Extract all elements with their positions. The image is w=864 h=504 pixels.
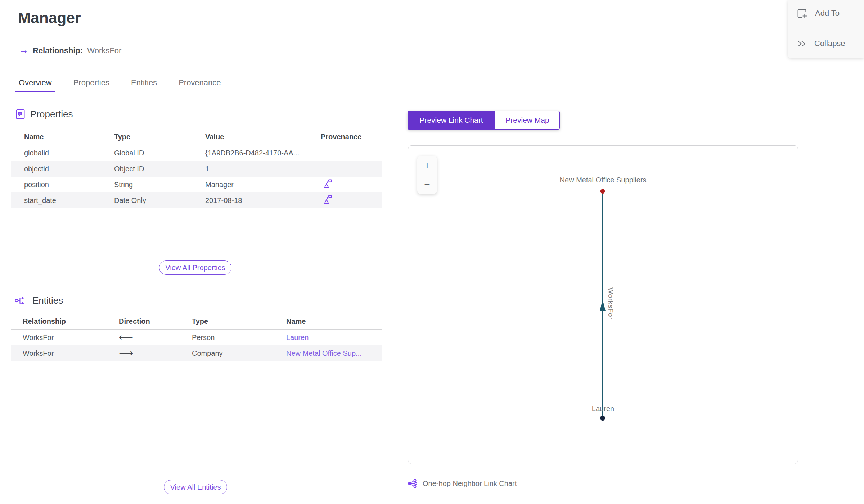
properties-section-title: Properties (30, 109, 73, 120)
view-all-entities-button[interactable]: View All Entities (164, 480, 227, 494)
entities-icon (15, 295, 27, 306)
node-company-dot (600, 189, 605, 194)
property-type-cell: Global ID (114, 149, 205, 157)
one-hop-neighbor-icon (408, 478, 418, 489)
tab-entities[interactable]: Entities (127, 73, 161, 92)
entity-direction-cell: ⟵ (119, 332, 192, 342)
entity-name-link[interactable]: New Metal Office Sup... (286, 349, 382, 358)
col-provenance: Provenance (321, 133, 382, 141)
relationship-label: Relationship: (33, 46, 83, 55)
property-value-cell: 2017-08-18 (205, 196, 321, 205)
col-type: Type (114, 133, 205, 141)
col-name: Name (286, 317, 382, 326)
properties-table: Name Type Value Provenance globalidGloba… (11, 129, 382, 208)
tab-provenance[interactable]: Provenance (175, 73, 224, 92)
entity-relationship-cell: WorksFor (23, 349, 119, 358)
provenance-flag-icon[interactable] (324, 195, 332, 204)
link-chart-canvas[interactable] (408, 146, 798, 464)
entities-table-row[interactable]: WorksFor⟶CompanyNew Metal Office Sup... (11, 345, 382, 361)
col-type: Type (192, 317, 286, 326)
page-title: Manager (18, 9, 81, 27)
property-provenance-cell[interactable] (321, 195, 382, 206)
entity-direction-cell: ⟶ (119, 348, 192, 358)
one-hop-neighbor-label: One-hop Neighbor Link Chart (423, 480, 517, 488)
relationship-value: WorksFor (87, 46, 121, 55)
preview-link-chart-button[interactable]: Preview Link Chart (408, 111, 495, 130)
tab-bar: Overview Properties Entities Provenance (15, 73, 225, 92)
properties-table-row[interactable]: start_dateDate Only2017-08-18 (11, 192, 382, 208)
collapse-button[interactable]: Collapse (788, 34, 864, 53)
preview-map-button[interactable]: Preview Map (495, 111, 560, 130)
edge-label-worksfor: WorksFor (607, 287, 615, 320)
actions-panel: Add To Collapse (788, 0, 864, 58)
relationship-subtitle: → Relationship: WorksFor (19, 46, 121, 55)
properties-table-row[interactable]: globalidGlobal ID{1A9DB2B6-D482-4170-AA.… (11, 145, 382, 161)
node-person-dot (600, 416, 605, 421)
col-value: Value (205, 133, 321, 141)
tab-properties[interactable]: Properties (70, 73, 113, 92)
properties-table-row[interactable]: objectidObject ID1 (11, 161, 382, 177)
property-value-cell: 1 (205, 165, 321, 173)
property-value-cell: Manager (205, 181, 321, 189)
properties-section-header: Properties (15, 108, 73, 120)
entities-table-row[interactable]: WorksFor⟵PersonLauren (11, 330, 382, 345)
add-to-button[interactable]: Add To (788, 4, 864, 23)
properties-table-body: globalidGlobal ID{1A9DB2B6-D482-4170-AA.… (11, 145, 382, 208)
property-type-cell: Object ID (114, 165, 205, 173)
entity-name-link[interactable]: Lauren (286, 333, 382, 342)
entities-section-title: Entities (32, 295, 63, 306)
col-direction: Direction (119, 317, 192, 326)
property-provenance-cell[interactable] (321, 179, 382, 190)
zoom-control: + − (417, 156, 437, 194)
property-type-cell: Date Only (114, 196, 205, 205)
properties-table-header: Name Type Value Provenance (11, 129, 382, 145)
provenance-flag-icon[interactable] (324, 179, 332, 189)
collapse-chevrons-icon (797, 39, 806, 49)
entity-type-cell: Company (192, 349, 286, 358)
link-chart-panel: New Metal Office Suppliers Lauren WorksF… (408, 145, 798, 464)
zoom-in-button[interactable]: + (417, 156, 437, 175)
property-value-cell: {1A9DB2B6-D482-4170-AA... (205, 149, 321, 157)
entities-table-header: Relationship Direction Type Name (11, 313, 382, 330)
property-name-cell: objectid (24, 165, 114, 173)
properties-icon (15, 108, 25, 120)
col-name: Name (24, 133, 114, 141)
property-type-cell: String (114, 181, 205, 189)
view-all-properties-button[interactable]: View All Properties (159, 260, 231, 275)
edge-arrowhead (600, 300, 606, 311)
entity-type-cell: Person (192, 333, 286, 342)
zoom-out-button[interactable]: − (417, 175, 437, 194)
entities-table-body: WorksFor⟵PersonLaurenWorksFor⟶CompanyNew… (11, 330, 382, 361)
chart-footer: One-hop Neighbor Link Chart (408, 478, 517, 489)
properties-table-row[interactable]: positionStringManager (11, 177, 382, 192)
add-to-label: Add To (815, 9, 840, 18)
node-label-company[interactable]: New Metal Office Suppliers (560, 176, 647, 184)
entities-section-header: Entities (15, 295, 63, 306)
property-name-cell: start_date (24, 196, 114, 205)
property-name-cell: position (24, 181, 114, 189)
add-to-icon (797, 8, 807, 19)
relationship-arrow-icon: → (19, 45, 28, 55)
collapse-label: Collapse (814, 39, 845, 48)
tab-overview[interactable]: Overview (15, 73, 55, 92)
property-name-cell: globalid (24, 149, 114, 157)
entities-table: Relationship Direction Type Name WorksFo… (11, 313, 382, 361)
node-label-person[interactable]: Lauren (592, 405, 614, 413)
col-relationship: Relationship (23, 317, 119, 326)
entity-relationship-cell: WorksFor (23, 333, 119, 342)
preview-toggle: Preview Link Chart Preview Map (408, 111, 560, 130)
